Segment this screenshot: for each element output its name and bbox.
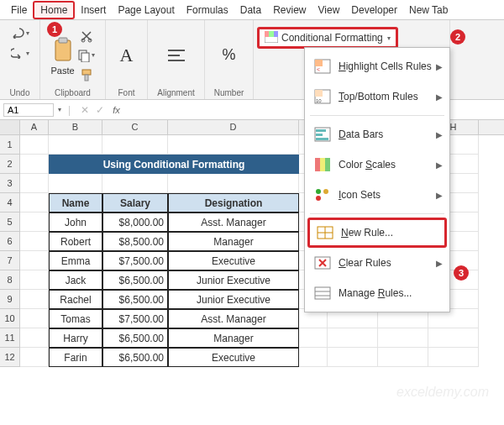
cell[interactable] <box>168 135 299 155</box>
cell-designation[interactable]: Manager <box>168 328 299 348</box>
cell[interactable] <box>328 328 378 348</box>
cell[interactable] <box>20 309 49 328</box>
cell-designation[interactable]: Junior Executive <box>168 270 299 290</box>
menu-review[interactable]: Review <box>267 3 312 18</box>
header-salary[interactable]: Salary <box>102 193 168 212</box>
cell-salary[interactable]: $6,500.00 <box>102 328 168 348</box>
row-header-10[interactable]: 10 <box>0 309 20 328</box>
col-header-A[interactable]: A <box>20 120 49 134</box>
row-header-12[interactable]: 12 <box>0 348 20 367</box>
row-header-4[interactable]: 4 <box>0 193 20 212</box>
menu-home[interactable]: Home <box>33 1 75 19</box>
cell[interactable] <box>102 174 168 193</box>
cell-designation[interactable]: Asst. Manager <box>168 212 299 232</box>
menu-data-bars[interactable]: Data Bars ▶ <box>305 119 449 150</box>
alignment-icon[interactable] <box>164 40 189 71</box>
cell-name[interactable]: Robert <box>49 232 102 251</box>
cell[interactable] <box>299 328 328 348</box>
row-header-8[interactable]: 8 <box>0 270 20 290</box>
cell[interactable] <box>20 155 49 174</box>
menu-insert[interactable]: Insert <box>75 3 112 18</box>
cell[interactable] <box>299 348 328 367</box>
number-icon[interactable]: % <box>217 40 242 71</box>
cell[interactable] <box>20 290 49 309</box>
menu-view[interactable]: View <box>312 3 346 18</box>
cancel-icon[interactable]: ✕ <box>77 104 92 116</box>
row-header-2[interactable]: 2 <box>0 155 20 174</box>
paste-label[interactable]: Paste <box>50 66 74 76</box>
cell-name[interactable]: Jack <box>49 270 102 290</box>
col-header-C[interactable]: C <box>102 120 168 134</box>
cell[interactable] <box>20 348 49 367</box>
cell-name[interactable]: Emma <box>49 251 102 270</box>
cell[interactable] <box>49 135 102 155</box>
cell[interactable] <box>20 212 49 232</box>
menu-file[interactable]: File <box>5 3 33 18</box>
menu-new-rule[interactable]: New Rule... <box>307 218 447 248</box>
row-header-7[interactable]: 7 <box>0 251 20 270</box>
row-header-5[interactable]: 5 <box>0 212 20 232</box>
menu-color-scales[interactable]: Color Scales ▶ <box>305 150 449 180</box>
format-painter-icon[interactable] <box>77 66 96 84</box>
menu-page-layout[interactable]: Page Layout <box>112 3 180 18</box>
row-header-9[interactable]: 9 <box>0 290 20 309</box>
cell[interactable] <box>20 270 49 290</box>
menu-clear-rules[interactable]: Clear Rules ▶ <box>305 248 449 278</box>
font-icon[interactable]: A <box>114 40 139 71</box>
menu-top-bottom-rules[interactable]: 10 Top/Bottom Rules ▶ <box>305 81 449 112</box>
cell-salary[interactable]: $7,500.00 <box>102 251 168 270</box>
header-name[interactable]: Name <box>49 193 102 212</box>
row-header-6[interactable]: 6 <box>0 232 20 251</box>
cell-name[interactable]: Farin <box>49 348 102 367</box>
paste-icon[interactable] <box>50 34 76 65</box>
cell-designation[interactable]: Executive <box>168 348 299 367</box>
cell[interactable] <box>20 174 49 193</box>
row-header-1[interactable]: 1 <box>0 135 20 155</box>
redo-icon[interactable]: ▾ <box>11 44 29 62</box>
select-all-triangle[interactable] <box>0 120 20 134</box>
col-header-B[interactable]: B <box>49 120 102 134</box>
menu-new-tab[interactable]: New Tab <box>403 3 454 18</box>
menu-developer[interactable]: Developer <box>345 3 403 18</box>
row-header-11[interactable]: 11 <box>0 328 20 348</box>
title-cell[interactable]: Using Conditional Formatting <box>49 155 299 174</box>
cell-salary[interactable]: $6,500.00 <box>102 270 168 290</box>
cell-designation[interactable]: Manager <box>168 232 299 251</box>
cell-name[interactable]: Harry <box>49 328 102 348</box>
cell[interactable] <box>20 251 49 270</box>
cell[interactable] <box>20 232 49 251</box>
cell[interactable] <box>328 348 378 367</box>
cell-designation[interactable]: Junior Executive <box>168 290 299 309</box>
cell[interactable] <box>20 193 49 212</box>
cell[interactable] <box>378 328 428 348</box>
cell-salary[interactable]: $8,500.00 <box>102 232 168 251</box>
header-designation[interactable]: Designation <box>168 193 299 212</box>
cell-designation[interactable]: Executive <box>168 251 299 270</box>
row-header-3[interactable]: 3 <box>0 174 20 193</box>
cell[interactable] <box>378 348 428 367</box>
menu-icon-sets[interactable]: Icon Sets ▶ <box>305 180 449 210</box>
enter-icon[interactable]: ✓ <box>92 104 108 116</box>
cell[interactable] <box>49 174 102 193</box>
menu-formulas[interactable]: Formulas <box>181 3 234 18</box>
cell[interactable] <box>20 328 49 348</box>
cell-name[interactable]: Rachel <box>49 290 102 309</box>
cell[interactable] <box>102 135 168 155</box>
menu-highlight-cells-rules[interactable]: < HHighlight Cells Rulesighlight Cells R… <box>305 51 449 81</box>
cut-icon[interactable] <box>77 27 96 45</box>
cell-salary[interactable]: $6,500.00 <box>102 348 168 367</box>
copy-icon[interactable]: ▾ <box>77 46 96 65</box>
undo-icon[interactable]: ▾ <box>11 24 29 42</box>
col-header-D[interactable]: D <box>168 120 299 134</box>
fx-icon[interactable]: fx <box>108 105 125 115</box>
cell[interactable] <box>168 174 299 193</box>
cell[interactable] <box>20 135 49 155</box>
cell-name[interactable]: John <box>49 212 102 232</box>
menu-manage-rules[interactable]: Manage Rules... <box>305 278 449 308</box>
cell-designation[interactable]: Asst. Manager <box>168 309 299 328</box>
cell-salary[interactable]: $6,500.00 <box>102 290 168 309</box>
cell-salary[interactable]: $7,500.00 <box>102 309 168 328</box>
cell-salary[interactable]: $8,000.00 <box>102 212 168 232</box>
conditional-formatting-button[interactable]: Conditional Formatting ▾ <box>257 27 398 49</box>
name-box[interactable] <box>3 103 54 117</box>
